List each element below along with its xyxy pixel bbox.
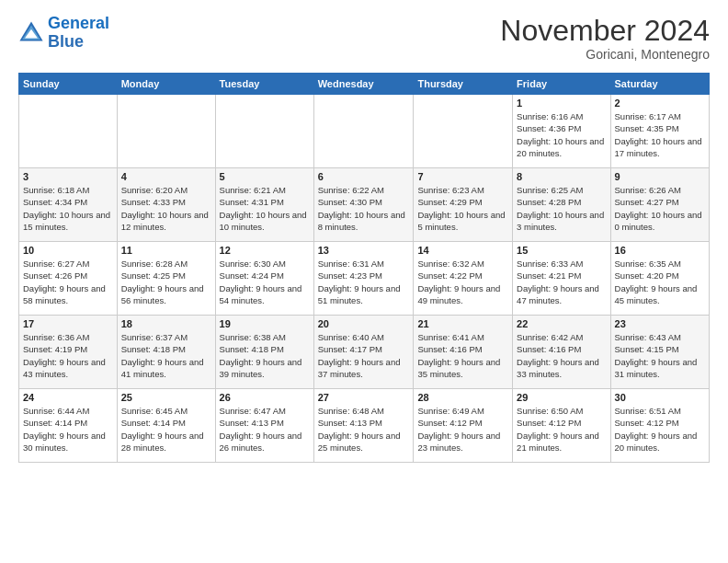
day-info: Sunrise: 6:22 AM Sunset: 4:30 PM Dayligh… (318, 184, 410, 233)
day-number: 19 (220, 318, 310, 329)
day-cell: 7Sunrise: 6:23 AM Sunset: 4:29 PM Daylig… (414, 168, 513, 242)
day-number: 15 (517, 245, 606, 256)
day-cell: 29Sunrise: 6:50 AM Sunset: 4:12 PM Dayli… (513, 389, 610, 463)
logo-text: General Blue (48, 15, 109, 52)
day-info: Sunrise: 6:30 AM Sunset: 4:24 PM Dayligh… (220, 258, 310, 306)
day-cell: 9Sunrise: 6:26 AM Sunset: 4:27 PM Daylig… (610, 168, 709, 242)
page: General Blue November 2024 Goricani, Mon… (0, 0, 728, 472)
day-cell: 17Sunrise: 6:36 AM Sunset: 4:19 PM Dayli… (19, 316, 118, 389)
day-number: 11 (121, 245, 211, 256)
day-cell (117, 95, 215, 168)
day-cell: 1Sunrise: 6:16 AM Sunset: 4:36 PM Daylig… (513, 95, 610, 168)
day-cell: 30Sunrise: 6:51 AM Sunset: 4:12 PM Dayli… (610, 389, 709, 463)
day-cell (313, 95, 414, 168)
day-info: Sunrise: 6:41 AM Sunset: 4:16 PM Dayligh… (417, 331, 508, 380)
day-cell: 3Sunrise: 6:18 AM Sunset: 4:34 PM Daylig… (19, 168, 118, 242)
day-cell: 12Sunrise: 6:30 AM Sunset: 4:24 PM Dayli… (215, 242, 313, 316)
day-info: Sunrise: 6:48 AM Sunset: 4:13 PM Dayligh… (318, 405, 410, 454)
day-cell: 14Sunrise: 6:32 AM Sunset: 4:22 PM Dayli… (414, 242, 513, 316)
day-info: Sunrise: 6:47 AM Sunset: 4:13 PM Dayligh… (220, 405, 310, 454)
day-number: 3 (23, 171, 113, 182)
day-cell: 21Sunrise: 6:41 AM Sunset: 4:16 PM Dayli… (414, 316, 513, 389)
week-row-1: 3Sunrise: 6:18 AM Sunset: 4:34 PM Daylig… (19, 168, 710, 242)
day-info: Sunrise: 6:36 AM Sunset: 4:19 PM Dayligh… (23, 331, 113, 380)
day-number: 25 (121, 392, 211, 403)
day-number: 27 (318, 392, 410, 403)
day-cell: 16Sunrise: 6:35 AM Sunset: 4:20 PM Dayli… (610, 242, 709, 316)
day-number: 22 (517, 318, 606, 329)
day-cell: 23Sunrise: 6:43 AM Sunset: 4:15 PM Dayli… (610, 316, 709, 389)
header-cell-tuesday: Tuesday (215, 74, 313, 95)
week-row-0: 1Sunrise: 6:16 AM Sunset: 4:36 PM Daylig… (19, 95, 710, 168)
day-cell: 20Sunrise: 6:40 AM Sunset: 4:17 PM Dayli… (313, 316, 414, 389)
header: General Blue November 2024 Goricani, Mon… (18, 15, 710, 62)
day-cell: 25Sunrise: 6:45 AM Sunset: 4:14 PM Dayli… (117, 389, 215, 463)
day-cell: 6Sunrise: 6:22 AM Sunset: 4:30 PM Daylig… (313, 168, 414, 242)
calendar-table: SundayMondayTuesdayWednesdayThursdayFrid… (18, 73, 710, 463)
day-info: Sunrise: 6:38 AM Sunset: 4:18 PM Dayligh… (220, 331, 310, 380)
day-info: Sunrise: 6:17 AM Sunset: 4:35 PM Dayligh… (615, 110, 705, 159)
day-cell: 27Sunrise: 6:48 AM Sunset: 4:13 PM Dayli… (313, 389, 414, 463)
day-info: Sunrise: 6:32 AM Sunset: 4:22 PM Dayligh… (417, 258, 508, 306)
day-cell (19, 95, 118, 168)
day-cell: 26Sunrise: 6:47 AM Sunset: 4:13 PM Dayli… (215, 389, 313, 463)
day-info: Sunrise: 6:33 AM Sunset: 4:21 PM Dayligh… (517, 258, 606, 306)
logo: General Blue (18, 15, 109, 52)
day-info: Sunrise: 6:44 AM Sunset: 4:14 PM Dayligh… (23, 405, 113, 454)
day-info: Sunrise: 6:16 AM Sunset: 4:36 PM Dayligh… (517, 110, 606, 159)
week-row-3: 17Sunrise: 6:36 AM Sunset: 4:19 PM Dayli… (19, 316, 710, 389)
day-cell: 19Sunrise: 6:38 AM Sunset: 4:18 PM Dayli… (215, 316, 313, 389)
day-cell: 8Sunrise: 6:25 AM Sunset: 4:28 PM Daylig… (513, 168, 610, 242)
week-row-2: 10Sunrise: 6:27 AM Sunset: 4:26 PM Dayli… (19, 242, 710, 316)
day-info: Sunrise: 6:20 AM Sunset: 4:33 PM Dayligh… (121, 184, 211, 233)
day-info: Sunrise: 6:25 AM Sunset: 4:28 PM Dayligh… (517, 184, 606, 233)
day-number: 18 (121, 318, 211, 329)
day-cell (414, 95, 513, 168)
day-cell: 22Sunrise: 6:42 AM Sunset: 4:16 PM Dayli… (513, 316, 610, 389)
main-title: November 2024 (500, 15, 710, 47)
title-block: November 2024 Goricani, Montenegro (500, 15, 710, 62)
day-number: 16 (615, 245, 705, 256)
day-cell: 28Sunrise: 6:49 AM Sunset: 4:12 PM Dayli… (414, 389, 513, 463)
day-info: Sunrise: 6:28 AM Sunset: 4:25 PM Dayligh… (121, 258, 211, 306)
subtitle: Goricani, Montenegro (500, 47, 710, 62)
day-number: 26 (220, 392, 310, 403)
day-cell: 5Sunrise: 6:21 AM Sunset: 4:31 PM Daylig… (215, 168, 313, 242)
day-info: Sunrise: 6:21 AM Sunset: 4:31 PM Dayligh… (220, 184, 310, 233)
header-cell-monday: Monday (117, 74, 215, 95)
day-info: Sunrise: 6:42 AM Sunset: 4:16 PM Dayligh… (517, 331, 606, 380)
day-cell: 10Sunrise: 6:27 AM Sunset: 4:26 PM Dayli… (19, 242, 118, 316)
day-number: 17 (23, 318, 113, 329)
week-row-4: 24Sunrise: 6:44 AM Sunset: 4:14 PM Dayli… (19, 389, 710, 463)
day-cell: 4Sunrise: 6:20 AM Sunset: 4:33 PM Daylig… (117, 168, 215, 242)
day-cell: 18Sunrise: 6:37 AM Sunset: 4:18 PM Dayli… (117, 316, 215, 389)
day-number: 7 (417, 171, 508, 182)
day-info: Sunrise: 6:27 AM Sunset: 4:26 PM Dayligh… (23, 258, 113, 306)
day-number: 5 (220, 171, 310, 182)
day-info: Sunrise: 6:26 AM Sunset: 4:27 PM Dayligh… (615, 184, 705, 233)
day-number: 29 (517, 392, 606, 403)
day-cell: 13Sunrise: 6:31 AM Sunset: 4:23 PM Dayli… (313, 242, 414, 316)
day-number: 30 (615, 392, 705, 403)
day-number: 14 (417, 245, 508, 256)
header-cell-sunday: Sunday (19, 74, 118, 95)
day-info: Sunrise: 6:49 AM Sunset: 4:12 PM Dayligh… (417, 405, 508, 454)
day-number: 8 (517, 171, 606, 182)
day-cell: 11Sunrise: 6:28 AM Sunset: 4:25 PM Dayli… (117, 242, 215, 316)
day-number: 1 (517, 98, 606, 109)
header-cell-saturday: Saturday (610, 74, 709, 95)
day-info: Sunrise: 6:50 AM Sunset: 4:12 PM Dayligh… (517, 405, 606, 454)
day-info: Sunrise: 6:35 AM Sunset: 4:20 PM Dayligh… (615, 258, 705, 306)
day-number: 4 (121, 171, 211, 182)
day-number: 13 (318, 245, 410, 256)
day-info: Sunrise: 6:31 AM Sunset: 4:23 PM Dayligh… (318, 258, 410, 306)
header-cell-thursday: Thursday (414, 74, 513, 95)
day-cell: 2Sunrise: 6:17 AM Sunset: 4:35 PM Daylig… (610, 95, 709, 168)
day-info: Sunrise: 6:18 AM Sunset: 4:34 PM Dayligh… (23, 184, 113, 233)
day-info: Sunrise: 6:23 AM Sunset: 4:29 PM Dayligh… (417, 184, 508, 233)
day-info: Sunrise: 6:45 AM Sunset: 4:14 PM Dayligh… (121, 405, 211, 454)
logo-icon (18, 20, 44, 46)
day-info: Sunrise: 6:51 AM Sunset: 4:12 PM Dayligh… (615, 405, 705, 454)
logo-blue: Blue (48, 32, 84, 51)
day-info: Sunrise: 6:40 AM Sunset: 4:17 PM Dayligh… (318, 331, 410, 380)
